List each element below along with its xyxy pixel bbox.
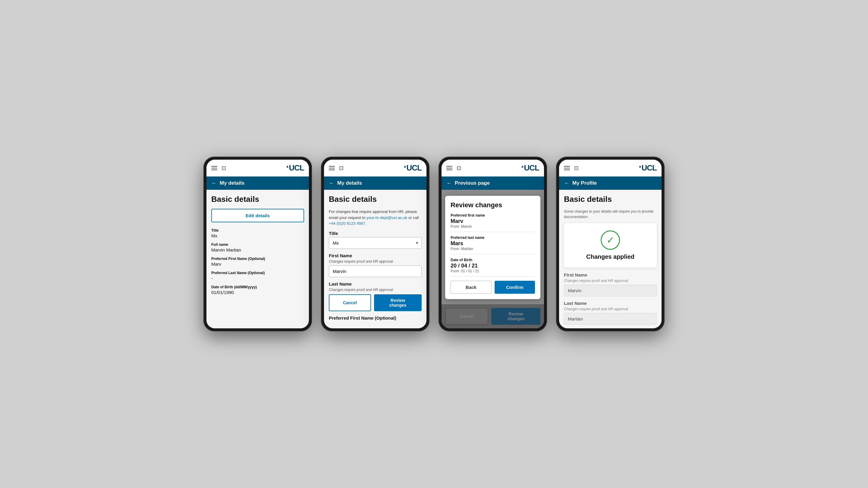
phone-screen-3: ⊡ ▲UCL ← Previous page Review changes Pr… xyxy=(441,160,544,328)
phone-screen-1: ⊡ ▲UCL ← My details Basic details Edit d… xyxy=(207,160,309,328)
review-from-preferred-first: From: Marvin xyxy=(451,224,535,229)
screen2-content: Basic details For changes that require a… xyxy=(324,190,427,328)
confirm-button[interactable]: Confirm xyxy=(495,281,535,294)
inbox-icon-4[interactable]: ⊡ xyxy=(574,165,579,171)
screen4-lastname-label: Last Name xyxy=(564,301,657,306)
screen4-lastname-hint: Changes require proof and HR approval xyxy=(564,307,657,311)
header-icons-1: ⊡ xyxy=(211,165,226,171)
inbox-icon-3[interactable]: ⊡ xyxy=(457,165,461,171)
field-value-preferred-last: - xyxy=(211,275,304,281)
hamburger-icon-3[interactable] xyxy=(446,166,453,170)
modal-title: Review changes xyxy=(451,201,535,209)
cancel-button-2[interactable]: Cancel xyxy=(329,294,371,311)
field-preferred-last: Preferred Last Name (Optional) - xyxy=(211,271,304,281)
screens-container: ⊡ ▲UCL ← My details Basic details Edit d… xyxy=(204,157,664,331)
phone-frame-2: ⊡ ▲UCL ← My details Basic details For ch… xyxy=(321,157,430,331)
phone-frame-4: ⊡ ▲UCL ← My Profile Basic details Some c… xyxy=(556,157,664,331)
nav-bar-4: ← My Profile xyxy=(559,176,661,190)
page-title-4: Basic details xyxy=(564,195,657,204)
page-title-2: Basic details xyxy=(329,195,422,204)
hamburger-icon[interactable] xyxy=(211,166,217,170)
review-changes-modal: Review changes Preferred first name Marv… xyxy=(445,196,540,299)
screen1-content: Basic details Edit details Title Mx Full… xyxy=(207,190,309,328)
title-select[interactable]: Mx Mr Ms Dr xyxy=(329,237,422,249)
field-label-title: Title xyxy=(211,228,304,233)
ucl-logo-2: ▲UCL xyxy=(403,163,422,173)
field-value-dob: 01/01/1990 xyxy=(211,290,304,295)
ucl-logo: ▲UCL xyxy=(286,163,304,173)
review-value-preferred-first: Marv xyxy=(451,218,535,224)
title-select-wrapper: Mx Mr Ms Dr ▾ xyxy=(329,237,422,249)
review-value-dob: 20 / 04 / 21 xyxy=(451,263,535,269)
changes-applied-text: Changes applied xyxy=(586,253,634,260)
review-field-preferred-first: Preferred first name Marv From: Marvin xyxy=(451,213,535,232)
phone-frame-3: ⊡ ▲UCL ← Previous page Review changes Pr… xyxy=(438,157,547,331)
review-changes-button-2[interactable]: Reviewchanges xyxy=(374,294,422,311)
field-fullname: Full name Marvin Martian xyxy=(211,242,304,253)
hamburger-icon-4[interactable] xyxy=(564,166,570,170)
edit-details-button[interactable]: Edit details xyxy=(211,209,304,222)
review-field-dob: Date of Birth 20 / 04 / 21 From: 01 / 01… xyxy=(451,258,535,276)
review-from-preferred-last: From: Martian xyxy=(451,247,535,251)
hamburger-icon-2[interactable] xyxy=(329,166,335,170)
check-circle-icon: ✓ xyxy=(601,230,620,250)
review-value-preferred-last: Mars xyxy=(451,240,535,247)
checkmark-icon: ✓ xyxy=(607,235,615,245)
field-value-fullname: Marvin Martian xyxy=(211,247,304,253)
inbox-icon-2[interactable]: ⊡ xyxy=(339,165,344,171)
screen4-firstname-hint: Changes require proof and HR approval xyxy=(564,279,657,283)
ucl-logo-4: ▲UCL xyxy=(638,163,657,173)
email-link[interactable]: your-hr-dept@ucl.ac.uk xyxy=(367,216,407,220)
header-bar-4: ⊡ ▲UCL xyxy=(559,160,661,176)
header-bar-3: ⊡ ▲UCL xyxy=(441,160,544,176)
form-title-label: Title xyxy=(329,231,422,236)
review-field-preferred-last: Preferred last name Mars From: Martian xyxy=(451,235,535,254)
review-label-dob: Date of Birth xyxy=(451,258,535,262)
screen4-lastname-input xyxy=(564,313,657,325)
field-dob: Date of Birth (dd/MM/yyyy) 01/01/1990 xyxy=(211,285,304,295)
header-icons-3: ⊡ xyxy=(446,165,461,171)
field-preferred-first: Preferred First Name (Optional) Marv xyxy=(211,257,304,267)
back-arrow-1[interactable]: ← xyxy=(211,180,217,187)
screen4-description: Some changes to your details will requir… xyxy=(564,209,657,220)
lastname-hint: Changes require proof and HR approval xyxy=(329,288,422,292)
page-title-1: Basic details xyxy=(211,195,304,204)
nav-title-4: My Profile xyxy=(572,180,597,186)
nav-bar-3: ← Previous page xyxy=(441,176,544,190)
modal-btn-row: Back Confirm xyxy=(451,281,535,294)
screen4-firstname-input xyxy=(564,285,657,296)
back-button[interactable]: Back xyxy=(451,281,492,294)
phone-link[interactable]: +44 (0)20 8123 4567 xyxy=(329,221,365,226)
nav-title-2: My details xyxy=(337,180,362,186)
back-arrow-3[interactable]: ← xyxy=(446,180,452,187)
first-name-input[interactable] xyxy=(329,265,422,277)
field-label-preferred-last: Preferred Last Name (Optional) xyxy=(211,271,304,275)
field-title: Title Mx xyxy=(211,228,304,238)
nav-title-3: Previous page xyxy=(455,180,490,186)
field-label-fullname: Full name xyxy=(211,242,304,247)
review-label-preferred-last: Preferred last name xyxy=(451,235,535,240)
phone-frame-1: ⊡ ▲UCL ← My details Basic details Edit d… xyxy=(204,157,312,331)
header-bar-1: ⊡ ▲UCL xyxy=(207,160,309,176)
field-label-preferred-first: Preferred First Name (Optional) xyxy=(211,257,304,261)
header-icons-4: ⊡ xyxy=(564,165,579,171)
form-lastname-label: Last Name xyxy=(329,281,422,287)
ucl-logo-3: ▲UCL xyxy=(521,163,539,173)
screen3-bg: Review changes Preferred first name Marv… xyxy=(441,190,544,328)
phone-screen-4: ⊡ ▲UCL ← My Profile Basic details Some c… xyxy=(559,160,661,328)
back-arrow-4[interactable]: ← xyxy=(564,180,569,187)
screen2-btn-row: Cancel Reviewchanges xyxy=(329,294,422,311)
inbox-icon[interactable]: ⊡ xyxy=(221,165,226,171)
review-from-dob: From: 01 / 01 / 21 xyxy=(451,269,535,273)
screen4-content: Basic details Some changes to your detai… xyxy=(559,190,661,328)
field-value-preferred-first: Marv xyxy=(211,261,304,267)
phone-screen-2: ⊡ ▲UCL ← My details Basic details For ch… xyxy=(324,160,427,328)
nav-bar-2: ← My details xyxy=(324,176,427,190)
back-arrow-2[interactable]: ← xyxy=(329,180,334,187)
review-label-preferred-first: Preferred first name xyxy=(451,213,535,218)
nav-title-1: My details xyxy=(220,180,244,186)
header-icons-2: ⊡ xyxy=(329,165,344,171)
form-firstname-label: First Name xyxy=(329,253,422,258)
preferred-first-label-section: Preferred First Name (Optional) xyxy=(329,315,422,321)
nav-bar-1: ← My details xyxy=(207,176,309,190)
